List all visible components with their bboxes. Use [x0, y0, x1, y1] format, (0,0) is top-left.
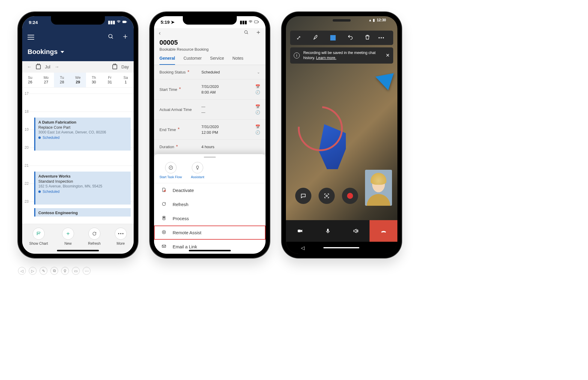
speaker-button[interactable] [342, 220, 370, 242]
day-col[interactable]: Sa1 [118, 73, 134, 87]
more-button[interactable]: More [115, 228, 127, 246]
mic-button[interactable] [314, 220, 342, 242]
chat-button[interactable] [295, 188, 311, 204]
scan-button[interactable] [319, 188, 335, 204]
pagebar-present[interactable]: ▭ [72, 267, 80, 275]
chevron-down-icon[interactable]: ⌄ [257, 70, 260, 74]
field-end-time[interactable]: End Time* 7/31/2020📅 12:00 PM🕗 [154, 120, 266, 140]
close-icon[interactable]: ✕ [386, 52, 390, 58]
new-button[interactable]: New [62, 228, 74, 246]
email-link-button[interactable]: Email a Link [154, 240, 266, 254]
hangup-button[interactable] [370, 220, 397, 242]
menu-button[interactable] [28, 35, 34, 40]
back-icon[interactable]: ‹ [159, 30, 161, 36]
day-col[interactable]: Su26 [22, 73, 38, 87]
record-button[interactable] [342, 188, 358, 204]
minimize-icon[interactable]: ⤢ [293, 34, 305, 41]
day-col-selected[interactable]: We29 [70, 73, 86, 87]
day-col[interactable]: Tu28 [54, 73, 70, 87]
call-bar [286, 220, 397, 242]
field-duration[interactable]: Duration* 4 hours [154, 140, 266, 154]
svg-rect-1 [126, 21, 127, 22]
info-icon: i [294, 52, 300, 58]
record-id: 00005 [159, 39, 260, 46]
battery-icon [122, 19, 127, 25]
search-icon[interactable] [244, 30, 249, 36]
ink-icon[interactable] [310, 34, 322, 42]
day-col[interactable]: Th30 [86, 73, 102, 87]
clock-icon[interactable]: 🕗 [255, 110, 260, 115]
pagebar-prev[interactable]: ◁ [18, 267, 26, 275]
event-card[interactable]: Contoso Engineering [34, 208, 131, 217]
start-taskflow-button[interactable]: Start Task Flow [159, 162, 182, 179]
page-title[interactable]: Bookings [28, 48, 58, 56]
pagebar-next[interactable]: ▷ [29, 267, 37, 275]
back-icon[interactable]: ◁ [301, 245, 304, 251]
form: Booking Status* Scheduled⌄ Start Time* 7… [154, 65, 266, 154]
chevron-down-icon[interactable] [61, 51, 64, 53]
deactivate-button[interactable]: Deactivate [154, 183, 266, 197]
add-icon[interactable] [256, 30, 261, 36]
event-status: Scheduled [38, 190, 128, 194]
more-icon[interactable] [379, 37, 391, 38]
trash-icon[interactable] [361, 34, 373, 42]
remote-assist-icon [161, 230, 167, 235]
refresh-button[interactable]: Refresh [154, 197, 266, 211]
calendar-icon[interactable]: 📅 [255, 104, 260, 109]
learn-more-link[interactable]: Learn more. [316, 56, 336, 60]
status-icons: ▮▮▮ [108, 19, 127, 25]
tab-service[interactable]: Service [210, 56, 224, 65]
calendar-icon[interactable] [112, 64, 117, 69]
prev-icon[interactable]: ← [27, 64, 32, 70]
event-title: Adventure Works [38, 174, 128, 178]
remote-assist-button[interactable]: Remote Assist [154, 226, 266, 240]
svg-rect-12 [162, 245, 166, 247]
assistant-button[interactable]: Assistant [191, 162, 204, 179]
event-card[interactable]: Adventure Works Standard Inspection 162 … [34, 172, 131, 205]
calendar-icon[interactable]: 📅 [255, 124, 260, 129]
day-col[interactable]: Fr31 [102, 73, 118, 87]
phone-remote-assist-call: ▴ ▮ 12:30 ⤢ i Recording will be saved in… [282, 12, 402, 258]
signal-icon: ▮▮▮ [240, 19, 247, 25]
clock-icon[interactable]: 🕗 [255, 130, 260, 135]
home-pill[interactable] [323, 247, 359, 248]
field-booking-status[interactable]: Booking Status* Scheduled⌄ [154, 65, 266, 79]
event-card[interactable]: A Datum Fabrication Replace Core Part 30… [34, 118, 131, 151]
pagebar-edit[interactable]: ✎ [40, 267, 47, 275]
tab-general[interactable]: General [159, 56, 175, 65]
tab-customer[interactable]: Customer [183, 56, 202, 65]
phone-notch [183, 16, 237, 25]
clock-icon[interactable]: 🕗 [255, 90, 260, 94]
view-label[interactable]: Day [121, 64, 129, 69]
home-indicator[interactable] [57, 250, 99, 251]
android-navbar: ◁ [286, 242, 397, 254]
field-start-time[interactable]: Start Time* 7/31/2020📅 8:00 AM🕗 [154, 79, 266, 100]
schedule-grid[interactable]: 17 18 19 20 21 22 23 A Datum Fabrication… [22, 88, 134, 217]
pagebar-zoom[interactable]: ⚲ [61, 267, 69, 275]
phone-booking-detail: 5:19 ➤ ▮▮▮ ‹ 00005 Bookable Resource Boo… [150, 12, 270, 258]
svg-point-13 [326, 195, 328, 197]
show-chart-button[interactable]: Show Chart [29, 228, 48, 246]
calendar-icon[interactable] [36, 64, 41, 69]
status-time: 5:19 [161, 19, 170, 25]
tab-notes[interactable]: Notes [233, 56, 244, 65]
field-arrival-time[interactable]: Actual Arrival Time ---📅 ---🕗 [154, 100, 266, 120]
color-swatch[interactable] [327, 35, 339, 40]
pagebar-more[interactable]: ⋯ [83, 267, 91, 275]
self-video-pip[interactable] [365, 170, 392, 206]
next-icon[interactable]: → [55, 64, 59, 70]
camera-button[interactable] [286, 220, 314, 242]
sheet-handle[interactable] [204, 157, 216, 158]
toast-text: Recording will be saved in the meeting c… [303, 50, 382, 61]
day-col[interactable]: Mo27 [38, 73, 54, 87]
calendar-icon[interactable]: 📅 [255, 84, 260, 89]
search-icon[interactable] [108, 34, 114, 41]
process-button[interactable]: Process [154, 211, 266, 226]
wifi-icon [116, 19, 121, 25]
add-icon[interactable] [122, 34, 128, 41]
refresh-button[interactable]: Refresh [88, 228, 101, 246]
home-indicator[interactable] [189, 250, 231, 251]
undo-icon[interactable] [344, 34, 356, 42]
event-title: A Datum Fabrication [38, 120, 128, 124]
pagebar-copy[interactable]: ⧉ [50, 267, 58, 275]
